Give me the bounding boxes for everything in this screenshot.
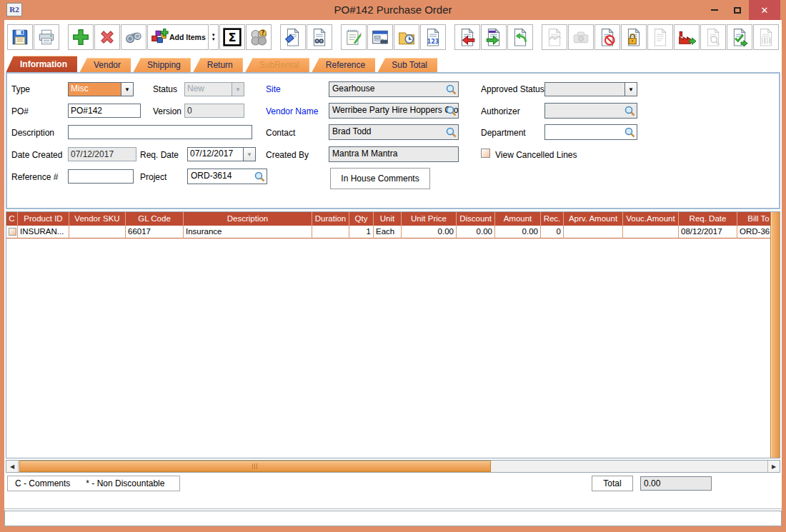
- add-button[interactable]: [68, 24, 94, 50]
- edit-document-button[interactable]: [280, 24, 306, 50]
- tab-reference[interactable]: Reference: [312, 58, 375, 73]
- contact-field[interactable]: Brad Todd: [329, 124, 459, 140]
- return-button[interactable]: [507, 24, 533, 50]
- vertical-scrollbar[interactable]: [770, 212, 780, 458]
- scroll-right-icon[interactable]: ▶: [767, 461, 780, 472]
- column-header-rec-[interactable]: Rec.: [541, 212, 564, 226]
- notes-button[interactable]: [341, 24, 367, 50]
- created-by-label: Created By: [266, 150, 309, 160]
- approved-status-select[interactable]: ▼: [544, 82, 637, 96]
- information-panel: Type Misc ▼ Status New ▼ Site Gearhouse …: [6, 72, 780, 209]
- column-header-vouc-amount[interactable]: Vouc.Amount: [623, 212, 679, 226]
- status-label: Status: [153, 84, 177, 94]
- cell-gl-code: 66017: [126, 226, 184, 239]
- column-header-req-date[interactable]: Req. Date: [679, 212, 737, 226]
- svg-text:?: ?: [261, 29, 264, 36]
- availability-button[interactable]: ?: [246, 24, 272, 50]
- chevron-down-icon[interactable]: ▼: [121, 82, 134, 96]
- add-items-dropdown-button[interactable]: ▼▼: [209, 24, 219, 50]
- column-header-gl-code[interactable]: GL Code: [126, 212, 184, 226]
- column-header-discount[interactable]: Discount: [457, 212, 495, 226]
- project-field[interactable]: ORD-3614: [187, 169, 267, 184]
- find-button[interactable]: [121, 24, 146, 50]
- equipment-button: [568, 24, 594, 50]
- scrollbar-thumb[interactable]: [19, 461, 491, 472]
- cell-req-date: 08/12/2017: [679, 226, 737, 239]
- cancel-line-button[interactable]: [595, 24, 620, 50]
- total-button[interactable]: Total: [592, 476, 633, 491]
- column-header-description[interactable]: Description: [184, 212, 312, 226]
- delete-button[interactable]: [94, 24, 120, 50]
- search-icon[interactable]: [445, 84, 457, 96]
- line-items-grid: CProduct IDVendor SKUGL CodeDescriptionD…: [6, 211, 780, 458]
- history-button[interactable]: [394, 24, 419, 50]
- maximize-button[interactable]: [726, 0, 749, 20]
- search-icon[interactable]: [624, 105, 636, 117]
- column-header-qty[interactable]: Qty: [349, 212, 374, 226]
- column-header-amount[interactable]: Amount: [495, 212, 541, 226]
- close-button[interactable]: ✕: [749, 0, 780, 20]
- browse-button[interactable]: [367, 24, 393, 50]
- count-button[interactable]: 123: [420, 24, 446, 50]
- horizontal-scrollbar[interactable]: ◀ ▶: [6, 460, 780, 473]
- chevron-down-icon[interactable]: ▼: [243, 147, 256, 161]
- column-header-unit-price[interactable]: Unit Price: [402, 212, 457, 226]
- comment-checkbox[interactable]: [9, 228, 16, 236]
- department-field[interactable]: [544, 124, 637, 140]
- search-icon[interactable]: [445, 105, 457, 117]
- print-button[interactable]: [34, 24, 59, 50]
- chevron-down-icon[interactable]: ▼: [625, 82, 637, 96]
- svg-text:Σ: Σ: [228, 31, 236, 44]
- type-select[interactable]: Misc ▼: [68, 82, 134, 96]
- approve-icon: [730, 28, 749, 46]
- tab-return[interactable]: Return: [193, 58, 243, 73]
- column-header-vendor-sku[interactable]: Vendor SKU: [69, 212, 126, 226]
- reference-label: Reference #: [11, 172, 58, 182]
- titlebar: R2 PO#142 Purchase Order ✕: [0, 0, 786, 20]
- vendor-name-field[interactable]: Werribee Party Hire Hoppers Cros: [329, 103, 459, 119]
- tab-sub-total[interactable]: Sub Total: [377, 58, 437, 73]
- po-number-label: PO#: [11, 106, 29, 116]
- req-date-field[interactable]: 07/12/2017 ▼: [187, 147, 256, 161]
- search-icon[interactable]: [624, 126, 636, 139]
- column-header-unit[interactable]: Unit: [374, 212, 402, 226]
- copy-search-button[interactable]: [307, 24, 332, 50]
- reference-field[interactable]: [68, 169, 134, 184]
- save-button[interactable]: [7, 24, 33, 50]
- receive-button[interactable]: [454, 24, 480, 50]
- notes-icon: [344, 28, 363, 46]
- production-button[interactable]: [674, 24, 700, 50]
- scroll-left-icon[interactable]: ◀: [6, 461, 19, 472]
- description-field[interactable]: [68, 125, 252, 139]
- column-header-duration[interactable]: Duration: [312, 212, 349, 226]
- find-icon: [124, 28, 143, 46]
- lock-button[interactable]: [621, 24, 647, 50]
- cell-amount: 0.00: [495, 226, 541, 239]
- column-header-bill-to[interactable]: Bill To: [737, 212, 770, 226]
- sum-button[interactable]: Σ: [219, 24, 245, 50]
- in-house-comments-button[interactable]: In House Comments: [330, 168, 430, 189]
- tab-information[interactable]: Information: [6, 56, 77, 73]
- search-icon[interactable]: [445, 126, 457, 139]
- view-cancelled-checkbox[interactable]: [481, 149, 490, 158]
- cell-aprv-amount: [564, 226, 623, 239]
- minimize-button[interactable]: [703, 0, 726, 20]
- cell-bill-to: ORD-3614: [737, 226, 770, 239]
- po-number-field[interactable]: [68, 104, 141, 118]
- status-message: [4, 511, 782, 526]
- tab-vendor[interactable]: Vendor: [79, 58, 131, 73]
- column-header-aprv-amount[interactable]: Aprv. Amount: [564, 212, 623, 226]
- tab-shipping[interactable]: Shipping: [133, 58, 191, 73]
- site-field[interactable]: Gearhouse: [329, 81, 459, 97]
- column-header-product-id[interactable]: Product ID: [18, 212, 69, 226]
- add-items-button[interactable]: Add Items: [147, 24, 209, 50]
- table-row[interactable]: INSURAN...66017Insurance1Each0.000.000.0…: [6, 226, 770, 239]
- scrollbar-track[interactable]: [19, 461, 767, 472]
- column-header-c[interactable]: C: [6, 212, 18, 226]
- handshake-icon: [545, 28, 564, 46]
- approve-button[interactable]: [727, 24, 752, 50]
- search-icon[interactable]: [254, 171, 266, 183]
- authorizer-field[interactable]: [544, 103, 637, 119]
- grid-header-row: CProduct IDVendor SKUGL CodeDescriptionD…: [6, 212, 770, 226]
- invoice-button[interactable]: [481, 24, 507, 50]
